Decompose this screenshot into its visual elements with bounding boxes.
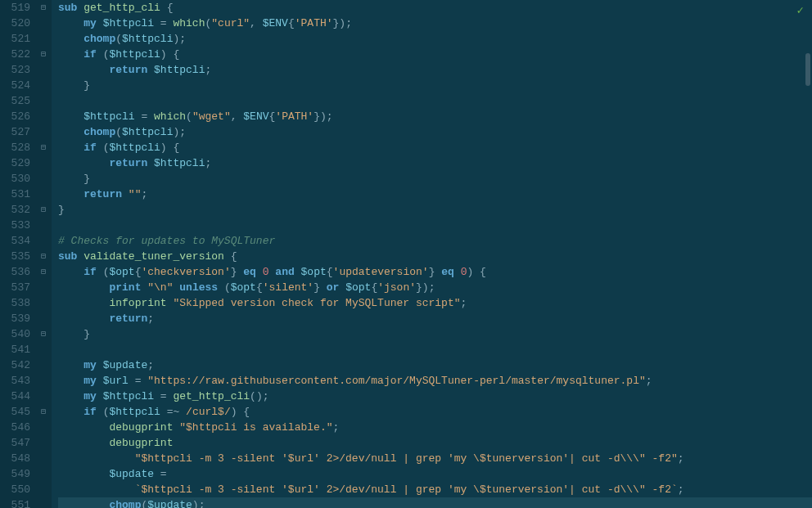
- code-editor[interactable]: 5195205215225235245255265275285295305315…: [0, 0, 812, 508]
- token-op: [97, 375, 103, 387]
- code-line[interactable]: [58, 218, 812, 233]
- token-func: which: [173, 17, 205, 29]
- code-line[interactable]: [58, 342, 812, 357]
- code-line[interactable]: $update =: [58, 466, 812, 482]
- token-func: which: [154, 110, 186, 123]
- token-kw: eq: [243, 266, 256, 278]
- vertical-scrollbar[interactable]: [805, 53, 810, 86]
- token-op: [58, 157, 109, 169]
- code-line[interactable]: chomp($httpcli);: [58, 31, 812, 47]
- token-kw: return: [109, 64, 147, 76]
- code-line[interactable]: chomp($httpcli);: [58, 124, 812, 140]
- code-line[interactable]: }: [58, 326, 812, 342]
- token-op: (: [97, 142, 110, 154]
- token-var: $url: [103, 375, 129, 387]
- code-line[interactable]: return $httpcli;: [58, 155, 812, 171]
- fold-gutter[interactable]: ⊟⊟⊟⊟⊟⊟⊟⊟: [37, 0, 52, 508]
- token-op: [147, 64, 154, 76]
- line-number: 545: [0, 404, 30, 420]
- token-kw: return: [83, 188, 122, 200]
- code-line[interactable]: if ($httpcli) {: [58, 47, 812, 62]
- token-op: (: [97, 406, 110, 418]
- token-var: $httpcli: [83, 110, 134, 123]
- code-line[interactable]: return $httpcli;: [58, 62, 812, 78]
- code-line[interactable]: my $httpcli = get_http_cli();: [58, 389, 812, 404]
- code-line[interactable]: sub get_http_cli {: [58, 0, 812, 16]
- code-line[interactable]: my $update;: [58, 357, 812, 373]
- line-number: 546: [0, 420, 30, 435]
- token-op: }: [58, 79, 90, 92]
- code-line[interactable]: $httpcli = which("wget", $ENV{'PATH'});: [58, 109, 812, 124]
- fold-marker-icon[interactable]: ⊟: [38, 329, 48, 339]
- token-op: [58, 437, 109, 449]
- token-var: $httpcli: [103, 17, 154, 29]
- fold-marker-icon[interactable]: ⊟: [38, 2, 48, 12]
- token-kw: if: [83, 406, 97, 418]
- token-op: [97, 17, 103, 29]
- token-op: ) {: [160, 48, 179, 61]
- token-op: [58, 48, 83, 61]
- code-line[interactable]: if ($httpcli =~ /curl$/) {: [58, 404, 812, 420]
- token-op: }: [58, 328, 90, 340]
- code-line[interactable]: return "";: [58, 187, 812, 202]
- code-line[interactable]: debugprint: [58, 435, 812, 451]
- token-var: $httpcli: [109, 142, 160, 154]
- code-line[interactable]: }: [58, 78, 812, 93]
- code-line[interactable]: chomp($update);: [58, 497, 812, 508]
- line-number: 543: [0, 373, 30, 389]
- line-number: 550: [0, 482, 30, 497]
- token-op: [147, 157, 154, 169]
- token-op: ;: [646, 375, 652, 387]
- token-op: {: [288, 17, 295, 29]
- code-line[interactable]: infoprint "Skipped version check for MyS…: [58, 295, 812, 311]
- token-op: [58, 188, 83, 200]
- token-op: =: [154, 390, 173, 402]
- token-op: [58, 64, 109, 76]
- token-op: [97, 390, 103, 402]
- token-str: "\n": [147, 281, 173, 294]
- code-line[interactable]: # Checks for updates to MySQLTuner: [58, 233, 812, 249]
- token-kw: sub: [58, 2, 77, 14]
- token-comment: # Checks for updates to MySQLTuner: [58, 235, 275, 247]
- code-line[interactable]: print "\n" unless ($opt{'silent'} or $op…: [58, 280, 812, 295]
- code-area[interactable]: sub get_http_cli { my $httpcli = which("…: [52, 0, 812, 508]
- line-number: 551: [0, 497, 30, 508]
- fold-marker-icon[interactable]: ⊟: [38, 267, 48, 276]
- token-op: [58, 142, 83, 154]
- code-line[interactable]: if ($opt{'checkversion'} eq 0 and $opt{'…: [58, 264, 812, 280]
- code-line[interactable]: return;: [58, 311, 812, 326]
- token-op: [454, 266, 461, 278]
- token-op: ;: [332, 421, 339, 434]
- fold-marker-icon[interactable]: ⊟: [38, 205, 48, 214]
- fold-marker-icon[interactable]: ⊟: [38, 407, 48, 416]
- code-line[interactable]: [58, 93, 812, 109]
- token-kw: sub: [58, 250, 77, 263]
- code-line[interactable]: if ($httpcli) {: [58, 140, 812, 155]
- code-line[interactable]: sub validate_tuner_version {: [58, 249, 812, 264]
- token-var: $opt: [109, 266, 134, 278]
- code-line[interactable]: my $httpcli = which("curl", $ENV{'PATH'}…: [58, 16, 812, 31]
- token-op: (: [115, 33, 122, 45]
- token-op: });: [314, 110, 332, 123]
- token-kw: unless: [179, 281, 218, 294]
- code-line[interactable]: "$httpcli -m 3 -silent '$url' 2>/dev/nul…: [58, 451, 812, 466]
- token-func: debugprint: [109, 437, 173, 449]
- code-line[interactable]: `$httpcli -m 3 -silent '$url' 2>/dev/nul…: [58, 482, 812, 497]
- code-line[interactable]: }: [58, 202, 812, 218]
- line-number: 549: [0, 466, 30, 482]
- token-op: {: [256, 281, 263, 294]
- fold-marker-icon[interactable]: ⊟: [38, 49, 48, 59]
- fold-marker-icon[interactable]: ⊟: [38, 251, 48, 261]
- token-str: "curl": [211, 17, 250, 29]
- fold-marker-icon[interactable]: ⊟: [38, 142, 48, 152]
- code-line[interactable]: debugprint "$httpcli is available.";: [58, 420, 812, 435]
- token-str: 'json': [377, 281, 416, 294]
- token-kw: my: [83, 359, 97, 371]
- token-op: [58, 375, 83, 387]
- token-str: "https://raw.githubusercontent.com/major…: [147, 375, 646, 387]
- code-line[interactable]: my $url = "https://raw.githubusercontent…: [58, 373, 812, 389]
- code-line[interactable]: }: [58, 171, 812, 187]
- token-str: "$httpcli -m 3 -silent '$url' 2>/dev/nul…: [135, 452, 678, 465]
- token-op: );: [173, 126, 186, 138]
- line-number: 538: [0, 295, 30, 311]
